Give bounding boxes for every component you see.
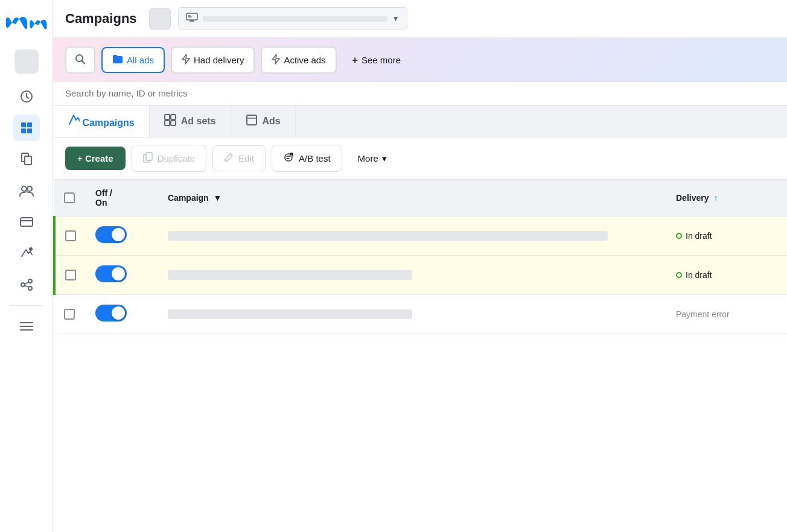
campaigns-tab-icon: [68, 118, 82, 128]
tab-ad-sets[interactable]: Ad sets: [150, 106, 231, 137]
campaign-sort-icon: ▼: [214, 193, 222, 203]
row1-checkbox-cell: [54, 217, 86, 256]
active-ads-label: Active ads: [284, 55, 325, 65]
row1-campaign-cell: [158, 217, 666, 256]
more-label: More: [358, 153, 378, 163]
chevron-down-icon: ▼: [392, 14, 400, 23]
row3-checkbox-cell: [54, 295, 86, 334]
row2-toggle-cell: [86, 256, 158, 295]
row1-delivery-label: In draft: [686, 231, 712, 241]
ads-manager-icon[interactable]: [13, 240, 40, 267]
svg-rect-31: [171, 121, 176, 125]
row3-toggle[interactable]: [95, 305, 127, 321]
campaign-header[interactable]: Campaign ▼: [158, 180, 666, 217]
row1-delivery-dot: [676, 233, 682, 239]
row3-delivery-label: Payment error: [676, 309, 730, 319]
row1-delivery-status: In draft: [676, 231, 777, 241]
table-row: In draft: [54, 256, 787, 295]
row2-delivery-status: In draft: [676, 270, 777, 280]
search-filter-btn[interactable]: [65, 46, 95, 74]
row2-delivery-dot: [676, 272, 682, 278]
row3-toggle-cell: [86, 295, 158, 334]
toolbar: + Create Duplicate Edit: [53, 138, 787, 180]
row1-campaign-name: [168, 231, 608, 241]
edit-button[interactable]: Edit: [212, 145, 266, 171]
edit-label: Edit: [238, 153, 254, 163]
svg-point-14: [28, 279, 32, 283]
active-ads-filter-btn[interactable]: Active ads: [261, 46, 336, 74]
ab-test-icon: A: [283, 152, 294, 165]
billing-icon[interactable]: [13, 209, 40, 235]
svg-line-17: [25, 285, 28, 287]
documents-icon[interactable]: [13, 146, 40, 173]
row1-delivery-cell: In draft: [666, 217, 787, 256]
ab-test-button[interactable]: A A/B test: [272, 145, 342, 172]
row3-checkbox[interactable]: [64, 309, 75, 320]
edit-icon: [224, 153, 234, 164]
delivery-header[interactable]: Delivery ↑: [666, 180, 787, 217]
row2-checkbox[interactable]: [65, 270, 76, 280]
menu-icon[interactable]: [13, 313, 40, 340]
row3-campaign-name: [168, 309, 412, 319]
duplicate-label: Duplicate: [158, 153, 196, 163]
filter-bar: All ads Had delivery Active ads + See mo…: [53, 38, 787, 82]
search-icon: [75, 54, 86, 66]
row1-toggle[interactable]: [95, 226, 127, 243]
sidebar-placeholder: [14, 49, 39, 74]
sidebar: [0, 0, 53, 532]
duplicate-button[interactable]: Duplicate: [132, 145, 207, 172]
campaigns-table: Off /On Campaign ▼ Delivery ↑: [53, 180, 787, 532]
row2-toggle[interactable]: [95, 265, 127, 282]
select-all-checkbox[interactable]: [64, 192, 75, 203]
see-more-btn[interactable]: + See more: [343, 49, 410, 72]
svg-line-27: [82, 61, 85, 64]
tab-ads[interactable]: Ads: [231, 106, 296, 137]
row2-campaign-cell: [158, 256, 666, 295]
tab-campaigns[interactable]: Campaigns: [53, 106, 150, 137]
table-header-row: Off /On Campaign ▼ Delivery ↑: [54, 180, 787, 217]
svg-rect-3: [27, 122, 32, 127]
ad-sets-tab-label: Ad sets: [181, 116, 216, 127]
row3-campaign-cell: [158, 295, 666, 334]
audiences-icon[interactable]: [13, 177, 40, 204]
tabs-bar: Campaigns Ad sets: [53, 106, 787, 138]
table-row: In draft: [54, 217, 787, 256]
dashboard-icon[interactable]: [13, 83, 40, 110]
delivery-sort-icon: ↑: [713, 193, 718, 203]
svg-rect-5: [27, 128, 32, 133]
campaign-column-label: Campaign: [168, 193, 209, 203]
campaigns-table-icon[interactable]: [13, 115, 40, 141]
create-label: + Create: [77, 153, 113, 163]
select-all-header: [54, 180, 86, 217]
row2-delivery-cell: In draft: [666, 256, 787, 295]
header-dropdown[interactable]: ▼: [178, 7, 407, 30]
ab-test-label: A/B test: [299, 153, 331, 163]
search-input[interactable]: [65, 88, 775, 98]
svg-point-12: [29, 247, 33, 251]
header-square-btn[interactable]: [149, 8, 171, 30]
all-ads-filter-btn[interactable]: All ads: [101, 47, 165, 73]
row2-campaign-name: [168, 270, 412, 280]
ad-sets-tab-icon: [164, 114, 176, 128]
row1-toggle-cell: [86, 217, 158, 256]
graph-icon[interactable]: [13, 271, 40, 298]
svg-rect-29: [171, 115, 176, 119]
row1-checkbox[interactable]: [65, 230, 76, 241]
see-more-label: See more: [362, 55, 401, 65]
ads-tab-label: Ads: [263, 116, 281, 127]
lightning-icon-2: [272, 54, 280, 66]
folder-icon: [112, 54, 123, 66]
create-button[interactable]: + Create: [65, 147, 126, 170]
more-button[interactable]: More ▾: [348, 147, 397, 171]
toggle-column-label: Off /On: [95, 188, 112, 207]
row2-delivery-label: In draft: [686, 270, 712, 280]
svg-point-13: [21, 283, 25, 287]
svg-rect-7: [25, 156, 31, 165]
svg-point-15: [28, 287, 32, 290]
had-delivery-filter-btn[interactable]: Had delivery: [171, 46, 255, 74]
svg-point-8: [22, 186, 27, 191]
svg-text:A: A: [290, 154, 292, 157]
svg-rect-4: [21, 128, 26, 133]
row2-checkbox-cell: [54, 256, 86, 295]
table-row: Payment error: [54, 295, 787, 334]
